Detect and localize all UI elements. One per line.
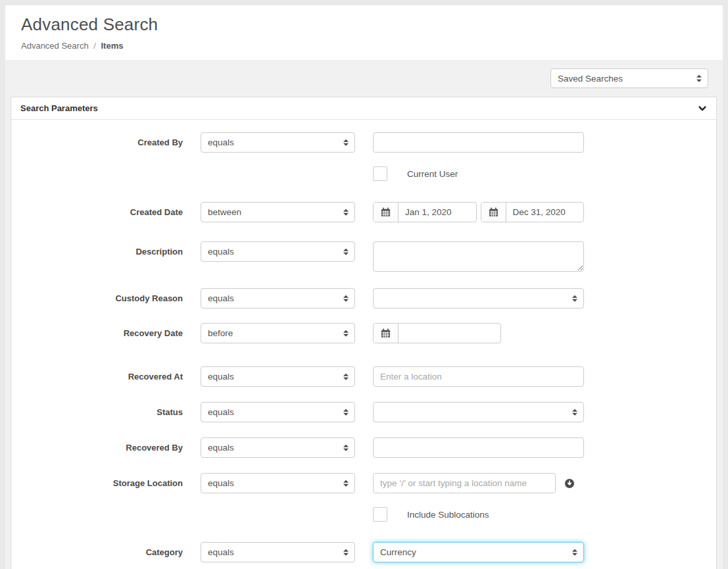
current-user-checkbox[interactable] [373, 166, 387, 181]
status-value-control[interactable] [374, 403, 583, 422]
recovered-by-label: Recovered By [11, 437, 183, 458]
recovered-by-value-input[interactable] [373, 437, 584, 458]
created-by-operator-control[interactable]: equals [201, 133, 354, 152]
page-title: Advanced Search [21, 14, 707, 35]
storage-location-label: Storage Location [11, 473, 183, 493]
recovery-date-operator-control[interactable]: before [201, 324, 354, 343]
arrow-circle-down-icon[interactable] [564, 478, 575, 489]
panel-body: Created By equals Current User [11, 120, 716, 569]
form-row-recovered-at: Recovered At equals [11, 366, 716, 387]
custody-reason-operator-select[interactable]: equals [201, 288, 355, 309]
breadcrumb-root[interactable]: Advanced Search [21, 41, 89, 51]
panel-title: Search Parameters [20, 103, 98, 113]
calendar-icon[interactable] [374, 324, 399, 343]
form-row-custody-reason: Custody Reason equals [11, 288, 716, 309]
status-operator-control[interactable]: equals [201, 403, 354, 422]
recovery-date-operator-select[interactable]: before [201, 323, 355, 343]
storage-location-operator-control[interactable]: equals [201, 474, 354, 493]
calendar-icon[interactable] [374, 203, 399, 222]
recovered-at-operator-control[interactable]: equals [201, 367, 354, 386]
form-row-storage-location: Storage Location equals [11, 473, 716, 493]
category-label: Category [11, 542, 183, 562]
storage-location-value-input[interactable] [373, 473, 556, 493]
recovered-at-value-input[interactable] [373, 366, 584, 387]
calendar-icon[interactable] [481, 203, 506, 222]
breadcrumb-separator: / [93, 41, 96, 51]
status-label: Status [11, 402, 183, 422]
created-by-operator-select[interactable]: equals [201, 132, 355, 153]
created-date-from-input[interactable] [399, 203, 476, 222]
category-operator-control[interactable]: equals [201, 543, 354, 562]
form-row-status: Status equals [11, 402, 716, 422]
created-by-value-input[interactable] [373, 132, 584, 153]
panel-header[interactable]: Search Parameters [11, 97, 716, 120]
recovery-date-label: Recovery Date [11, 323, 183, 343]
storage-location-operator-select[interactable]: equals [201, 473, 355, 493]
saved-searches-select[interactable]: Saved Searches [550, 68, 708, 88]
form-row-include-sublocations: Include Sublocations [11, 507, 716, 522]
saved-searches-select-control[interactable]: Saved Searches [551, 69, 708, 87]
chevron-down-icon[interactable] [698, 104, 707, 113]
category-value-control[interactable]: Currency [374, 543, 583, 562]
content-column: Advanced Search Advanced Search / Items … [5, 5, 723, 569]
breadcrumb-current: Items [101, 41, 124, 51]
description-label: Description [11, 241, 183, 262]
recovery-date-group [373, 323, 501, 343]
description-value-textarea[interactable] [373, 241, 584, 272]
breadcrumb: Advanced Search / Items [21, 41, 707, 51]
current-user-checkbox-label: Current User [407, 169, 458, 179]
form-row-created-date: Created Date between [11, 202, 716, 222]
created-by-label: Created By [11, 132, 183, 153]
form-row-current-user: Current User [11, 166, 716, 181]
toolbar: Saved Searches [5, 60, 723, 97]
status-operator-select[interactable]: equals [201, 402, 355, 422]
form-row-description: Description equals [11, 241, 716, 272]
created-date-label: Created Date [11, 202, 183, 222]
recovered-at-operator-select[interactable]: equals [201, 366, 355, 387]
search-parameters-panel: Search Parameters Created By equals [11, 97, 717, 569]
recovered-by-operator-control[interactable]: equals [201, 438, 354, 457]
custody-reason-value-select[interactable] [373, 288, 584, 309]
created-date-operator-control[interactable]: between [201, 203, 354, 222]
category-operator-select[interactable]: equals [201, 542, 355, 562]
include-sublocations-checkbox-label: Include Sublocations [407, 510, 489, 520]
recovery-date-input[interactable] [399, 324, 500, 343]
include-sublocations-checkbox[interactable] [373, 507, 387, 522]
created-date-operator-select[interactable]: between [201, 202, 355, 222]
description-operator-control[interactable]: equals [201, 242, 354, 261]
created-date-to-group [481, 202, 585, 222]
form-row-recovered-by: Recovered By equals [11, 437, 716, 458]
custody-reason-label: Custody Reason [11, 288, 183, 309]
created-date-to-input[interactable] [506, 203, 584, 222]
description-operator-select[interactable]: equals [201, 241, 355, 262]
form-row-recovery-date: Recovery Date before [11, 323, 716, 343]
recovered-at-label: Recovered At [11, 366, 183, 387]
category-value-select[interactable]: Currency [373, 542, 584, 562]
form-row-category: Category equals Currency [11, 542, 716, 562]
page-header: Advanced Search Advanced Search / Items [5, 5, 723, 60]
custody-reason-operator-control[interactable]: equals [201, 289, 354, 308]
created-date-from-group [373, 202, 477, 222]
recovered-by-operator-select[interactable]: equals [201, 437, 355, 458]
form-row-created-by: Created By equals [11, 132, 716, 153]
status-value-select[interactable] [373, 402, 584, 422]
custody-reason-value-control[interactable] [374, 289, 583, 308]
